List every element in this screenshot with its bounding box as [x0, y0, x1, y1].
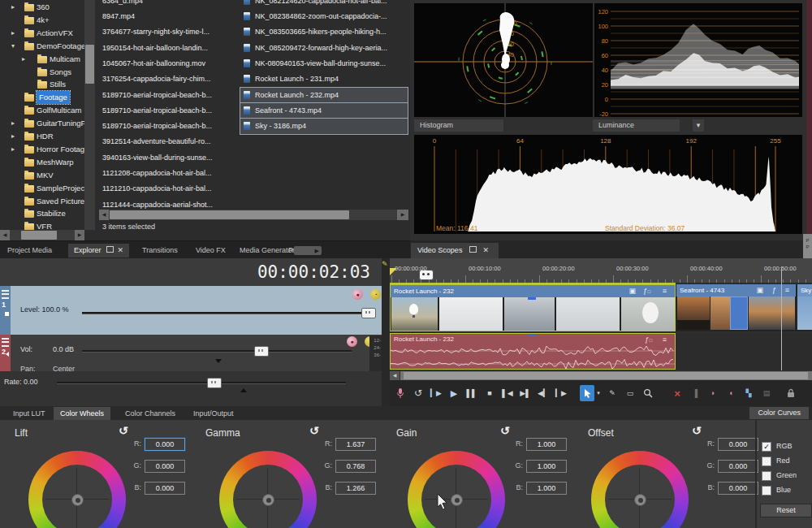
reset-button[interactable]: Reset — [760, 504, 812, 517]
clip-menu-icon[interactable]: ≡ — [785, 284, 789, 296]
color-curves-button[interactable]: Color Curves — [749, 407, 809, 419]
offset-r-value-field[interactable]: 0.000 — [718, 438, 758, 451]
video-track-header[interactable]: 1 Level: 100.0 % ● ◔ — [0, 286, 382, 335]
timeline[interactable]: 00:00:00:0000:00:10:0000:00:20:0000:00:3… — [390, 258, 812, 406]
rate-slider-handle[interactable] — [207, 378, 222, 388]
gamma-g-value-field[interactable]: 0.768 — [335, 460, 376, 473]
video-clip-sky[interactable]: Sky - 3186 — [797, 284, 812, 331]
pan-crop-icon[interactable]: ▣ — [756, 284, 763, 296]
histogram-selector[interactable]: Histogram — [414, 119, 503, 132]
pen-tool-icon[interactable]: ✎ — [382, 260, 388, 268]
checkbox-green[interactable] — [762, 471, 771, 481]
clip-fx-icon[interactable]: ƒ — [772, 284, 776, 296]
tab-project-media[interactable]: Project Media — [2, 244, 58, 258]
tool-dropdown-icon[interactable]: ▾ — [595, 385, 602, 401]
file-item-nk-082124620-cappa[interactable]: NK_082124620-cappadocia-hot-air-bal... — [240, 0, 408, 9]
trim-start-icon[interactable]: ▐ — [688, 385, 702, 401]
tree-item-360[interactable]: ▸360 — [0, 1, 84, 14]
file-item[interactable]: 5189710-aerial-tropical-beach-b... — [99, 119, 239, 134]
file-item[interactable]: 5189710-aerial-tropical-beach-b... — [99, 88, 239, 103]
scroll-left-icon[interactable]: ◀ — [390, 371, 400, 380]
stop-icon[interactable]: ■ — [482, 385, 497, 401]
record-arm-icon[interactable] — [393, 385, 408, 401]
video-track-lane[interactable]: Rocket Launch - 232 ▣ ƒ□ ≡ — [390, 284, 812, 331]
color-wheel-handle[interactable] — [262, 494, 274, 506]
chevron-down-icon[interactable]: ▾ — [693, 119, 704, 132]
zoom-edit-tool-icon[interactable] — [641, 385, 655, 401]
audio-track-lane[interactable]: Rocket Launch - 232 ƒ□ ≡ — [390, 333, 812, 370]
video-clip-seafront[interactable]: Seafront - 4743 ▣ ƒ ≡ — [676, 284, 796, 331]
bypass-motion-blur-icon[interactable]: ● — [347, 336, 357, 347]
loop-playback-icon[interactable]: ↺ — [411, 385, 425, 401]
pause-icon[interactable]: ▌▌ — [464, 385, 479, 401]
tree-item-footage[interactable]: Footage — [0, 91, 84, 104]
audio-clip-rocket-launch[interactable]: Rocket Launch - 232 ƒ□ ≡ — [390, 333, 676, 370]
chevron-down-icon[interactable]: ▾ — [11, 40, 15, 53]
play-from-start-icon[interactable]: ▎▶ — [429, 385, 443, 401]
lift-r-value-field[interactable]: 0.000 — [145, 438, 185, 451]
file-item-nk-082384862-zoom[interactable]: NK_082384862-zoom-out-cappadocia-... — [240, 9, 408, 24]
tab-scroll-button[interactable]: ▶ — [294, 246, 322, 255]
clip-fx-icon[interactable]: ƒ□ — [643, 285, 650, 297]
play-icon[interactable]: ▶ — [447, 385, 461, 401]
go-to-start-icon[interactable]: ▌◀ — [500, 385, 515, 401]
tree-item-multicam[interactable]: ▸Multicam — [0, 53, 84, 66]
volume-slider-handle[interactable] — [254, 346, 269, 357]
tree-item-meshwarp[interactable]: MeshWarp — [0, 156, 84, 169]
level-slider[interactable] — [82, 312, 371, 314]
float-window-icon[interactable] — [106, 246, 114, 253]
reset-icon[interactable]: ↺ — [500, 424, 510, 437]
tab-color-wheels[interactable]: Color Wheels — [54, 407, 110, 420]
timeline-scrollbar[interactable]: ◀ — [390, 371, 812, 380]
file-item[interactable]: 3912514-adventure-beautiful-ro... — [99, 134, 239, 149]
tab-color-channels[interactable]: Color Channels — [119, 407, 182, 420]
tree-item-demofootage[interactable]: ▾DemoFootage — [0, 40, 84, 53]
file-item[interactable]: 3940163-view-ball-during-sunse... — [99, 150, 239, 166]
normal-edit-tool-icon[interactable] — [580, 385, 594, 401]
tree-item-hdr[interactable]: ▸HDR — [0, 130, 84, 143]
file-item-nk-085209472-forwa[interactable]: NK_085209472-forward-high-key-aeria... — [240, 41, 408, 56]
file-item[interactable]: 8947.mp4 — [99, 9, 239, 24]
selection-edit-tool-icon[interactable]: ▭ — [623, 385, 637, 401]
file-item[interactable]: 3176254-cappadocia-fairy-chim... — [99, 71, 239, 87]
file-item-rocket-launch-23[interactable]: Rocket Launch - 231.mp4 — [240, 71, 408, 87]
file-item-seafront-4743-mp[interactable]: Seafront - 4743.mp4 — [240, 103, 408, 119]
checkbox-rgb[interactable]: ✓ — [762, 442, 771, 452]
clip-header[interactable]: Sky - 3186 — [797, 284, 812, 296]
previous-frame-icon[interactable]: ◀▎ — [536, 385, 551, 401]
timecode-display[interactable]: 00:00:02:03 — [0, 258, 382, 286]
tree-vertical-scrollbar[interactable] — [84, 0, 95, 230]
tree-item-mkv[interactable]: MKV — [0, 169, 84, 182]
file-item-nk-083503665-hiker[interactable]: NK_083503665-hikers-people-hiking-h... — [240, 24, 408, 40]
color-wheel-handle[interactable] — [71, 494, 84, 506]
scroll-right-icon[interactable]: ▶ — [315, 246, 319, 255]
file-item-sky-3186-mp4[interactable]: Sky - 3186.mp4 — [240, 119, 408, 134]
tree-item-actionvfx[interactable]: ▸ActionVFX — [0, 27, 84, 40]
clip-menu-icon[interactable]: ≡ — [663, 285, 667, 297]
tree-item-guitartuningp[interactable]: ▸GuitarTuningP — [0, 117, 84, 130]
file-item[interactable]: 1950154-hot-air-balloon-landin... — [99, 41, 239, 56]
checkbox-blue[interactable] — [762, 486, 771, 496]
tab-explorer[interactable]: Explorer✕ — [68, 244, 129, 258]
track-menu-icon[interactable] — [2, 290, 9, 299]
scrollbar-thumb[interactable] — [85, 45, 94, 84]
chevron-right-icon[interactable]: ▸ — [11, 117, 15, 130]
scroll-left-icon[interactable]: ◀ — [99, 210, 109, 220]
scrollbar-thumb[interactable] — [404, 372, 808, 379]
delete-icon[interactable]: × — [670, 385, 685, 401]
file-item[interactable]: 1121210-cappadocia-hot-air-bal... — [99, 181, 239, 197]
file-item-nk-080940163-view[interactable]: NK-080940163-view-ball-during-sunse... — [240, 56, 408, 71]
scroll-left-icon[interactable]: ◀ — [0, 230, 10, 240]
tab-input-output[interactable]: Input/Output — [187, 407, 240, 420]
fade-out-icon[interactable]: ◖ — [723, 385, 738, 401]
level-slider-handle[interactable] — [361, 308, 376, 318]
tree-item-stills[interactable]: Stills — [0, 78, 84, 91]
scrollbar-track[interactable] — [400, 371, 812, 380]
lock-icon[interactable] — [784, 385, 798, 401]
chevron-right-icon[interactable]: ▸ — [11, 143, 15, 156]
tree-item-golfmulticam[interactable]: GolfMulticam — [0, 104, 84, 117]
gamma-b-value-field[interactable]: 1.266 — [335, 482, 376, 495]
gain-b-value-field[interactable]: 1.000 — [526, 482, 567, 495]
scroll-right-icon[interactable]: ▶ — [397, 210, 408, 220]
tree-item-4k[interactable]: 4k+ — [0, 14, 84, 27]
